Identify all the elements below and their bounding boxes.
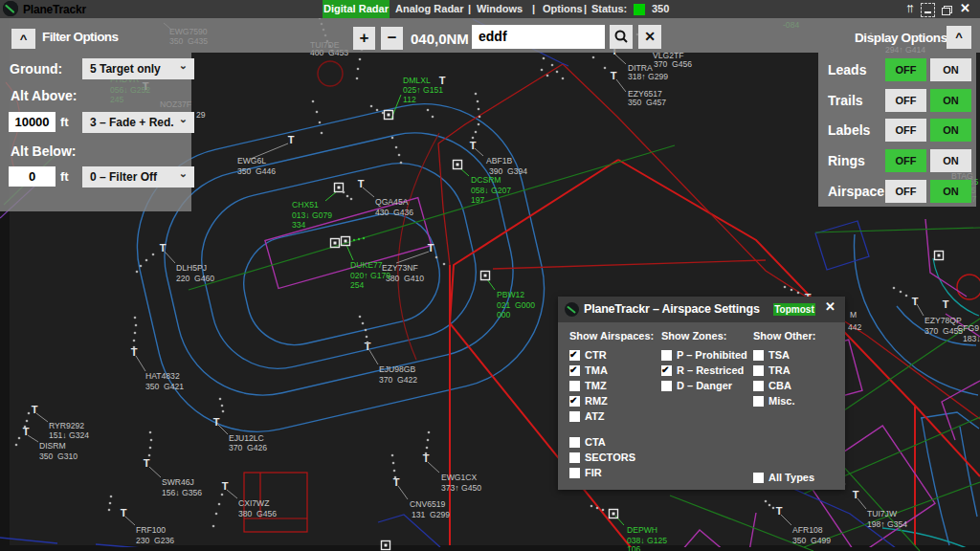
svg-text:AFR108: AFR108 bbox=[792, 525, 823, 535]
svg-text:350 G457: 350 G457 bbox=[628, 98, 666, 107]
svg-text:HAT4832: HAT4832 bbox=[145, 371, 180, 381]
svg-text:T: T bbox=[912, 296, 919, 307]
svg-text:T: T bbox=[611, 70, 617, 81]
svg-text:230 G236: 230 G236 bbox=[136, 536, 174, 545]
svg-text:038↓ G125: 038↓ G125 bbox=[627, 536, 667, 545]
svg-text:112: 112 bbox=[403, 95, 416, 104]
svg-text:380 G410: 380 G410 bbox=[386, 274, 424, 283]
svg-text:198↑ G354: 198↑ G354 bbox=[867, 519, 907, 529]
svg-text:FRF100: FRF100 bbox=[136, 525, 166, 535]
svg-text:370 G422: 370 G422 bbox=[379, 375, 417, 385]
svg-text:CNV6519: CNV6519 bbox=[410, 499, 445, 509]
svg-text:CXI7WZ: CXI7WZ bbox=[238, 498, 269, 508]
svg-text:370 G456: 370 G456 bbox=[654, 59, 692, 69]
svg-text:T: T bbox=[144, 457, 150, 469]
svg-text:DUKE77: DUKE77 bbox=[350, 260, 383, 270]
svg-text:013↓ G079: 013↓ G079 bbox=[292, 210, 332, 220]
svg-text:T: T bbox=[428, 242, 434, 253]
svg-text:350 G421: 350 G421 bbox=[145, 382, 184, 391]
svg-text:390 G394: 390 G394 bbox=[489, 166, 527, 176]
svg-text:T: T bbox=[32, 404, 38, 415]
svg-text:QGA45A: QGA45A bbox=[375, 197, 409, 207]
svg-text:EWG6L: EWG6L bbox=[237, 156, 266, 165]
svg-text:RYR9292: RYR9292 bbox=[49, 421, 84, 430]
svg-text:DMLXL: DMLXL bbox=[403, 76, 431, 85]
svg-text:220 G460: 220 G460 bbox=[176, 274, 214, 283]
svg-text:T: T bbox=[776, 505, 783, 517]
svg-text:020↑ G179: 020↑ G179 bbox=[350, 271, 390, 280]
svg-text:T: T bbox=[288, 134, 295, 145]
svg-text:DLH5PJ: DLH5PJ bbox=[176, 263, 207, 273]
svg-text:EJU98GB: EJU98GB bbox=[379, 364, 415, 374]
svg-text:058↓ G207: 058↓ G207 bbox=[471, 186, 511, 195]
svg-text:EJU12LC: EJU12LC bbox=[229, 433, 264, 443]
svg-text:131 G299: 131 G299 bbox=[412, 510, 450, 519]
svg-text:T: T bbox=[222, 480, 229, 492]
svg-text:T: T bbox=[121, 507, 127, 518]
svg-text:350 G499: 350 G499 bbox=[792, 536, 831, 545]
svg-text:151↓ G324: 151↓ G324 bbox=[49, 430, 89, 440]
svg-text:T: T bbox=[23, 426, 30, 437]
svg-text:DEPWH: DEPWH bbox=[627, 525, 657, 535]
svg-text:EZY6517: EZY6517 bbox=[628, 89, 662, 99]
svg-text:ABF1B: ABF1B bbox=[486, 156, 512, 165]
svg-text:021 G000: 021 G000 bbox=[497, 300, 535, 310]
svg-text:318↑ G299: 318↑ G299 bbox=[628, 72, 668, 81]
svg-text:183↓: 183↓ bbox=[963, 334, 980, 343]
svg-text:000: 000 bbox=[497, 310, 511, 320]
svg-text:EWG1CX: EWG1CX bbox=[441, 473, 478, 482]
svg-text:106: 106 bbox=[627, 544, 641, 551]
svg-text:T: T bbox=[358, 178, 365, 189]
svg-text:T: T bbox=[213, 416, 220, 428]
svg-text:T: T bbox=[160, 242, 167, 253]
svg-text:442: 442 bbox=[848, 322, 862, 332]
svg-text:380 G456: 380 G456 bbox=[238, 509, 277, 518]
svg-text:CFG9: CFG9 bbox=[957, 323, 979, 333]
svg-text:156↓ G356: 156↓ G356 bbox=[162, 488, 202, 497]
svg-text:TUI7JW: TUI7JW bbox=[867, 509, 898, 518]
svg-text:29: 29 bbox=[196, 110, 206, 120]
svg-text:DCSRM: DCSRM bbox=[471, 175, 501, 185]
svg-text:T: T bbox=[470, 140, 477, 151]
svg-text:254: 254 bbox=[350, 280, 365, 290]
svg-text:CHX51: CHX51 bbox=[292, 200, 319, 209]
svg-text:373↑ G450: 373↑ G450 bbox=[441, 483, 481, 493]
svg-text:197: 197 bbox=[471, 195, 485, 205]
svg-text:T: T bbox=[393, 476, 400, 488]
svg-text:350 G310: 350 G310 bbox=[39, 452, 78, 461]
svg-text:370 G426: 370 G426 bbox=[229, 443, 267, 452]
svg-text:M: M bbox=[850, 310, 857, 320]
svg-text:DISRM: DISRM bbox=[39, 441, 66, 451]
svg-text:SWR46J: SWR46J bbox=[162, 477, 194, 487]
svg-text:DITRA: DITRA bbox=[628, 63, 653, 73]
svg-text:T: T bbox=[943, 298, 949, 310]
svg-text:PBW12: PBW12 bbox=[497, 290, 524, 299]
svg-text:025↑ G151: 025↑ G151 bbox=[403, 85, 443, 95]
svg-text:334: 334 bbox=[292, 220, 306, 230]
svg-text:350 G446: 350 G446 bbox=[237, 166, 276, 176]
svg-text:430 G436: 430 G436 bbox=[375, 208, 413, 217]
svg-text:T: T bbox=[853, 489, 859, 500]
